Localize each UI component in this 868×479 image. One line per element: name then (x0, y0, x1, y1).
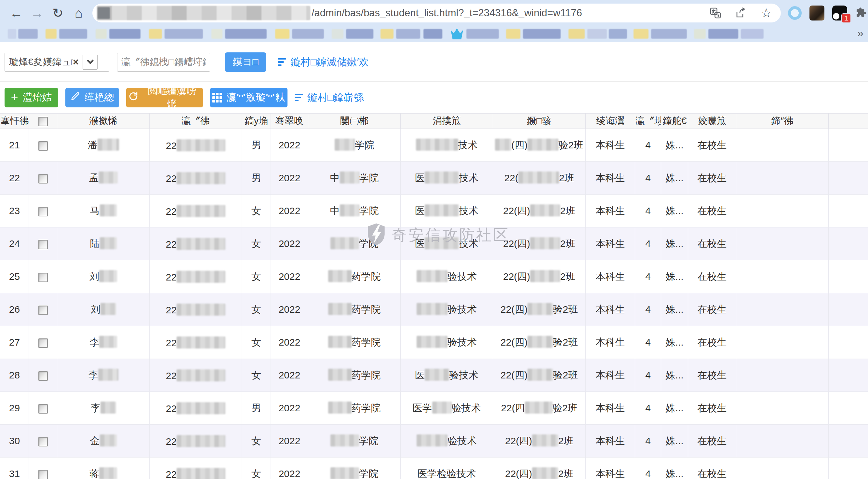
bookmark-item[interactable] (149, 29, 162, 39)
redacted-text (416, 139, 458, 151)
column-header: 濮撳悕 (57, 114, 150, 129)
cell-filler (829, 326, 868, 359)
redacted-text (177, 205, 225, 217)
column-header: 鐘舵€ (661, 114, 688, 129)
row-checkbox[interactable] (38, 273, 48, 282)
table-row: 31 蒋 22 女 2022 学院 医学检验技术 22(四)2班 本科生 4 姝… (0, 457, 868, 479)
cell-type: 本科生 (586, 326, 635, 359)
reload-icon[interactable]: ↻ (48, 5, 68, 21)
more-search-link[interactable]: 鏇村□鎼滅储鏉′欢 (278, 55, 369, 69)
extensions-puzzle-icon[interactable] (855, 6, 868, 20)
cell-college: 学院 (308, 425, 401, 457)
row-checkbox[interactable] (38, 371, 48, 381)
cell-filler (829, 457, 868, 479)
reset-password-button[interactable]: 閲嶇疆瀵嗙爜 (126, 88, 203, 108)
back-icon[interactable]: ← (6, 6, 27, 21)
share-icon[interactable] (735, 7, 747, 19)
bookmark-item[interactable] (741, 29, 764, 39)
row-checkbox[interactable] (38, 305, 48, 315)
redacted-text (99, 467, 117, 479)
bookmark-star-icon[interactable]: ☆ (760, 7, 772, 19)
bookmark-item[interactable] (164, 29, 203, 39)
row-checkbox[interactable] (38, 404, 48, 414)
cell-year: 2022 (271, 293, 308, 326)
redacted-text (416, 336, 447, 348)
bookmark-item[interactable] (18, 29, 38, 39)
bookmark-item[interactable] (346, 29, 373, 39)
cell-study-length: 4 (635, 228, 661, 260)
bookmark-item[interactable] (332, 29, 343, 39)
bookmark-item[interactable] (587, 29, 607, 39)
row-checkbox[interactable] (38, 207, 48, 216)
bookmark-item[interactable] (609, 29, 627, 39)
redacted-text (340, 204, 359, 216)
bookmark-item[interactable] (633, 29, 649, 39)
cell-college: 药学院 (308, 326, 401, 359)
cell-class: 22(四)验2班 (493, 293, 586, 326)
cell-major: 医技术 (401, 162, 493, 194)
bookmarks-overflow-icon[interactable]: » (857, 27, 863, 39)
bookmark-item[interactable] (275, 29, 289, 39)
select-all-checkbox[interactable] (38, 117, 48, 126)
bookmark-favicon-icon[interactable] (451, 28, 463, 39)
student-detail-button[interactable]: 瀛︾敓璇︾粏 (210, 88, 287, 108)
row-checkbox[interactable] (38, 174, 48, 183)
cell-year: 2022 (271, 228, 308, 260)
cell-type: 本科生 (586, 425, 635, 457)
row-checkbox[interactable] (38, 437, 48, 446)
row-checkbox[interactable] (38, 141, 48, 151)
clear-icon[interactable]: × (73, 56, 79, 68)
blue-ring-extension-icon[interactable] (788, 6, 802, 20)
cell-enrollment: 在校生 (688, 228, 736, 260)
keyword-input[interactable] (117, 53, 210, 71)
search-button[interactable]: 鏌ヨ□ (225, 52, 266, 72)
bookmark-item[interactable] (466, 29, 499, 39)
cell-type: 本科生 (586, 194, 635, 228)
translate-icon[interactable] (709, 7, 722, 19)
bookmark-item[interactable] (506, 29, 520, 39)
cell-card-no (736, 194, 829, 228)
cell-college: 学院 (308, 457, 401, 479)
url-bar[interactable]: /admin/bas/bas_student_list.html?_t=2343… (92, 4, 781, 23)
bookmark-item[interactable] (96, 29, 107, 39)
bookmark-item[interactable] (651, 29, 687, 39)
cell-status: 姝... (661, 129, 688, 162)
redacted-text (425, 369, 449, 381)
bookmark-item[interactable] (568, 29, 585, 39)
redacted-text (525, 401, 553, 414)
cell-checkbox (29, 457, 57, 479)
grade-select[interactable]: 璇烽€夋嫨鍏ュ□骞 × (5, 53, 109, 71)
bookmark-item[interactable] (59, 29, 87, 39)
bookmark-item[interactable] (380, 29, 394, 39)
row-checkbox[interactable] (38, 338, 48, 348)
bookmark-item[interactable] (109, 29, 141, 39)
cell-college: 药学院 (308, 392, 401, 425)
bookmark-item[interactable] (45, 29, 57, 39)
bookmark-item[interactable] (424, 29, 442, 39)
redacted-text (331, 435, 359, 446)
bookmark-item[interactable] (225, 29, 267, 39)
select-caret-button[interactable] (83, 55, 98, 70)
row-checkbox[interactable] (38, 240, 48, 249)
add-button[interactable]: + 澧炲姞 (5, 88, 58, 108)
bookmark-item[interactable] (694, 29, 706, 39)
extension-icon[interactable]: 1 (832, 5, 847, 21)
bookmark-item[interactable] (523, 29, 561, 39)
filter-toolbar: 璇烽€夋嫨鍏ュ□骞 × 鏌ヨ□ 鏇村□鎼滅储鏉′欢 (0, 42, 868, 82)
cell-study-length: 4 (635, 425, 661, 457)
cell-name: 刘 (57, 260, 150, 293)
home-icon[interactable]: ⌂ (68, 6, 89, 21)
profile-avatar[interactable] (809, 5, 825, 21)
more-actions-link[interactable]: 鏇村□鎿嶄綔 (294, 91, 364, 104)
forward-icon[interactable]: → (27, 6, 48, 21)
bookmark-item[interactable] (396, 29, 420, 39)
table-row: 24 陆 22 女 2022 学院 医技术 22(四)2班 本科生 4 姝...… (0, 228, 868, 260)
redacted-text (416, 303, 447, 315)
bookmark-item[interactable] (292, 29, 324, 39)
bookmark-item[interactable] (708, 29, 738, 39)
edit-button[interactable]: 缂栬緫 (65, 88, 119, 108)
table-row: 26 刘 22 女 2022 药学院 验技术 22(四)验2班 本科生 4 姝.… (0, 293, 868, 326)
bookmark-item[interactable] (8, 29, 16, 39)
row-checkbox[interactable] (38, 470, 48, 479)
bookmark-item[interactable] (211, 29, 222, 39)
